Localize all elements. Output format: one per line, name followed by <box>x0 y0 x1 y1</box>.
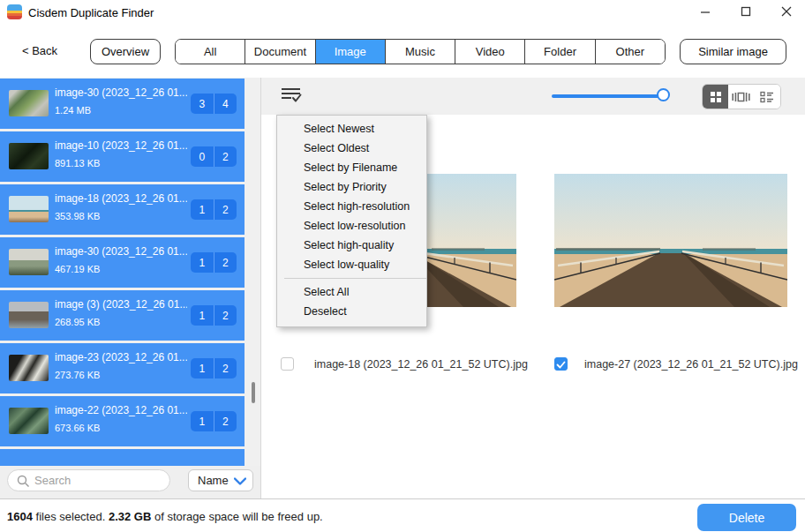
tab-image[interactable]: Image <box>316 40 386 64</box>
file-name: image-22 (2023_12_26 01... <box>55 404 187 416</box>
menu-item-select-high-quality[interactable]: Select high-quality <box>277 236 426 255</box>
similar-image-button[interactable]: Similar image <box>680 39 786 64</box>
carousel-view-button[interactable] <box>728 85 754 109</box>
menu-item-select-by-priority[interactable]: Select by Priority <box>277 177 426 197</box>
tab-other[interactable]: Other <box>596 40 665 64</box>
nav-bar: < Back Overview All Document Image Music… <box>0 25 805 78</box>
menu-item-select-all[interactable]: Select All <box>277 282 426 302</box>
menu-separator <box>284 278 426 279</box>
check-icon <box>555 359 567 371</box>
tab-folder[interactable]: Folder <box>525 40 595 64</box>
sort-dropdown[interactable]: Name <box>188 469 253 491</box>
list-item[interactable]: image-22 (2023_12_26 01... 673.66 KB 1 2 <box>0 396 245 446</box>
file-name: image-30 (2023_12_26 01... <box>55 86 187 99</box>
search-icon <box>17 475 30 488</box>
auto-select-menu: Select Newest Select Oldest Select by Fi… <box>276 115 427 327</box>
file-size: 467.19 KB <box>55 264 100 274</box>
list-item[interactable]: image-23 (2023_12_26 01... 273.76 KB 1 2 <box>0 343 245 393</box>
file-checkbox-unchecked[interactable] <box>281 357 294 371</box>
menu-item-select-newest[interactable]: Select Newest <box>277 119 426 139</box>
file-size: 273.76 KB <box>55 370 100 380</box>
menu-item-select-oldest[interactable]: Select Oldest <box>277 139 426 158</box>
close-icon <box>781 6 792 17</box>
sort-value: Name <box>198 474 229 487</box>
close-button[interactable] <box>771 0 801 23</box>
select-list-icon <box>281 86 302 105</box>
duplicate-image-preview[interactable] <box>554 174 787 307</box>
file-size: 268.95 KB <box>55 317 100 327</box>
list-item[interactable]: image (3) (2023_12_26 01... 268.95 KB 1 … <box>0 290 245 341</box>
files-selected-label: files selected. <box>33 510 109 523</box>
app-window: Cisdem Duplicate Finder < Back Overview … <box>0 0 805 532</box>
menu-item-deselect[interactable]: Deselect <box>277 302 426 321</box>
tab-all[interactable]: All <box>176 40 245 64</box>
pier-photo <box>554 174 787 307</box>
total-count: 2 <box>214 146 237 167</box>
list-item[interactable]: image-30 (2023_12_26 01... 467.19 KB 1 2 <box>0 237 245 288</box>
tab-music[interactable]: Music <box>386 40 455 64</box>
duplicate-groups-list: image-30 (2023_12_26 01... 1.24 MB 3 4 i… <box>0 78 260 466</box>
list-view-button[interactable] <box>755 85 780 109</box>
list-item[interactable]: image-10 (2023_12_26 01... 891.13 KB 0 2 <box>0 131 245 182</box>
total-count: 2 <box>214 199 237 220</box>
list-item[interactable]: image-30 (2023_12_26 01... 1.24 MB 3 4 <box>0 79 245 129</box>
total-count: 2 <box>214 358 237 378</box>
count-badge: 1 2 <box>191 252 237 273</box>
total-count: 2 <box>214 305 237 326</box>
selected-count: 1 <box>191 305 214 326</box>
main-toolbar <box>261 78 805 115</box>
delete-button[interactable]: Delete <box>697 504 796 531</box>
back-button[interactable]: < Back <box>22 44 57 57</box>
search-box[interactable] <box>7 469 170 491</box>
menu-item-select-low-resolution[interactable]: Select low-resolution <box>277 216 426 236</box>
file-name: image-23 (2023_12_26 01... <box>55 351 187 363</box>
category-tab-group: All Document Image Music Video Folder Ot… <box>175 39 666 64</box>
count-badge: 1 2 <box>191 199 237 220</box>
thumbnail-size-slider[interactable] <box>552 94 666 98</box>
thumbnail <box>9 90 49 116</box>
file-name: image-18 (2023_12_26 01... <box>55 192 187 205</box>
minimize-button[interactable] <box>690 0 720 23</box>
list-view-icon <box>760 91 774 103</box>
count-badge: 1 2 <box>191 358 237 378</box>
sidebar-scrollbar[interactable] <box>252 382 255 403</box>
carousel-view-icon <box>732 91 750 103</box>
file-size: 1.24 MB <box>55 105 91 116</box>
overview-button[interactable]: Overview <box>90 39 161 64</box>
menu-item-select-high-resolution[interactable]: Select high-resolution <box>277 197 426 216</box>
slider-thumb[interactable] <box>657 88 670 101</box>
selected-count: 3 <box>191 94 214 114</box>
auto-select-menu-button[interactable] <box>281 86 302 105</box>
file-name: image-10 (2023_12_26 01... <box>55 139 187 152</box>
selected-count: 1 <box>191 252 214 273</box>
selected-count: 1 <box>191 411 214 431</box>
title-bar: Cisdem Duplicate Finder <box>0 0 805 25</box>
tab-document[interactable]: Document <box>245 40 315 64</box>
file-size: 673.66 KB <box>55 423 100 433</box>
maximize-icon <box>741 6 751 17</box>
file-checkbox-checked[interactable] <box>554 357 568 371</box>
menu-item-select-by-filename[interactable]: Select by Filename <box>277 158 426 177</box>
search-panel: Name <box>0 466 260 498</box>
grid-view-button[interactable] <box>703 85 728 109</box>
selected-count: 1 <box>191 199 214 220</box>
menu-item-select-low-quality[interactable]: Select low-quality <box>277 255 426 274</box>
list-item[interactable]: image-18 (2023_12_26 01... 353.98 KB 1 2 <box>0 184 245 235</box>
maximize-button[interactable] <box>731 0 761 23</box>
total-count: 2 <box>214 411 237 431</box>
status-summary: 1604 files selected. 2.32 GB of storage … <box>7 510 323 523</box>
thumbnail <box>9 355 49 381</box>
view-toggle-group <box>702 84 781 109</box>
count-badge: 1 2 <box>191 305 237 326</box>
grid-view-icon <box>710 91 722 103</box>
thumbnail <box>9 143 49 169</box>
list-item-partial[interactable] <box>0 449 245 466</box>
file-name: image-30 (2023_12_26 01... <box>55 245 187 258</box>
space-freed-value: 2.32 GB <box>109 510 151 523</box>
file-size: 891.13 KB <box>55 158 100 169</box>
search-input[interactable] <box>34 471 165 490</box>
thumbnail <box>9 196 49 222</box>
file-name-label: image-18 (2023_12_26 01_21_52 UTC).jpg <box>314 358 528 371</box>
thumbnail <box>9 408 49 434</box>
tab-video[interactable]: Video <box>455 40 525 64</box>
